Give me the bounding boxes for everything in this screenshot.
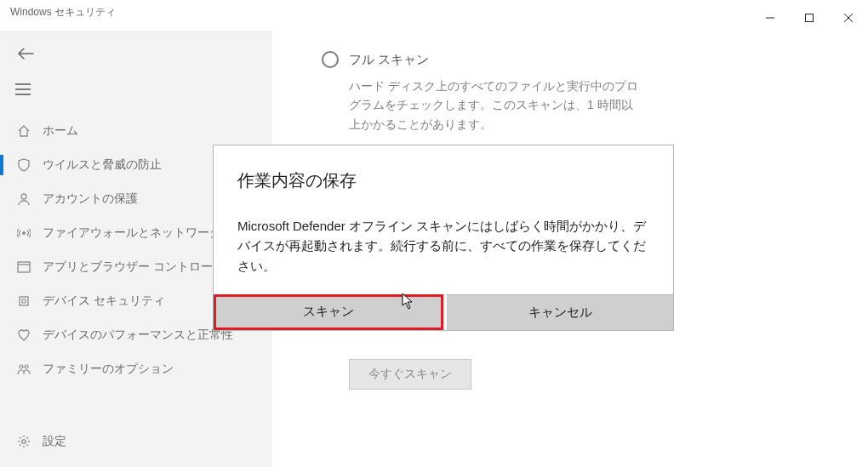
dialog-body: Microsoft Defender オフライン スキャンにはしばらく時間がかか… (237, 216, 649, 276)
save-work-dialog: 作業内容の保存 Microsoft Defender オフライン スキャンにはし… (213, 145, 674, 331)
svg-point-8 (22, 440, 26, 443)
maximize-button[interactable] (790, 5, 829, 31)
svg-rect-3 (18, 262, 30, 272)
scan-option-label: フル スキャン (349, 52, 429, 68)
sidebar-item-label: デバイスのパフォーマンスと正常性 (43, 327, 233, 343)
dialog-cancel-button[interactable]: キャンセル (447, 294, 673, 330)
menu-icon[interactable] (15, 83, 31, 98)
sidebar-item-label: ホーム (43, 123, 78, 139)
titlebar: Windows セキュリティ (0, 0, 868, 31)
sidebar-item-family[interactable]: ファミリーのオプション (0, 352, 272, 386)
back-button[interactable] (17, 48, 34, 62)
sidebar-item-settings[interactable]: 設定 (0, 424, 272, 458)
sidebar-item-label: アプリとブラウザー コントロール (43, 259, 225, 275)
home-icon (14, 124, 34, 138)
svg-rect-4 (20, 297, 28, 305)
shield-icon (14, 158, 34, 172)
svg-point-6 (20, 365, 23, 368)
sidebar-item-label: アカウントの保護 (43, 191, 138, 207)
sidebar-item-label: ファミリーのオプション (43, 362, 174, 377)
scan-now-button[interactable]: 今すぐスキャン (349, 359, 471, 390)
broadcast-icon (14, 226, 34, 240)
gear-icon (14, 435, 34, 448)
svg-rect-0 (806, 14, 814, 22)
dialog-title: 作業内容の保存 (237, 169, 649, 192)
scan-option-full[interactable]: フル スキャン ハード ディスク上のすべてのファイルと実行中のプログラムをチェッ… (322, 51, 834, 134)
svg-rect-5 (22, 299, 26, 303)
svg-point-2 (23, 232, 26, 235)
svg-point-7 (25, 365, 28, 368)
close-button[interactable] (829, 5, 868, 31)
window-icon (14, 260, 34, 274)
svg-point-1 (21, 194, 26, 199)
dialog-scan-button[interactable]: スキャン (214, 294, 443, 330)
sidebar-item-label: 設定 (43, 434, 66, 449)
scan-option-description: ハード ディスク上のすべてのファイルと実行中のプログラムをチェックします。このス… (349, 77, 638, 134)
sidebar-item-label: デバイス セキュリティ (43, 293, 165, 309)
heart-icon (14, 328, 34, 342)
minimize-button[interactable] (751, 5, 790, 31)
dialog-button-row: スキャン キャンセル (214, 294, 673, 330)
sidebar-item-label: ウイルスと脅威の防止 (43, 157, 162, 173)
radio-icon[interactable] (322, 51, 339, 68)
people-icon (14, 362, 34, 376)
chip-icon (14, 294, 34, 308)
window-controls (751, 5, 868, 31)
person-icon (14, 192, 34, 206)
sidebar-item-home[interactable]: ホーム (0, 114, 272, 148)
window-title: Windows セキュリティ (10, 5, 116, 20)
